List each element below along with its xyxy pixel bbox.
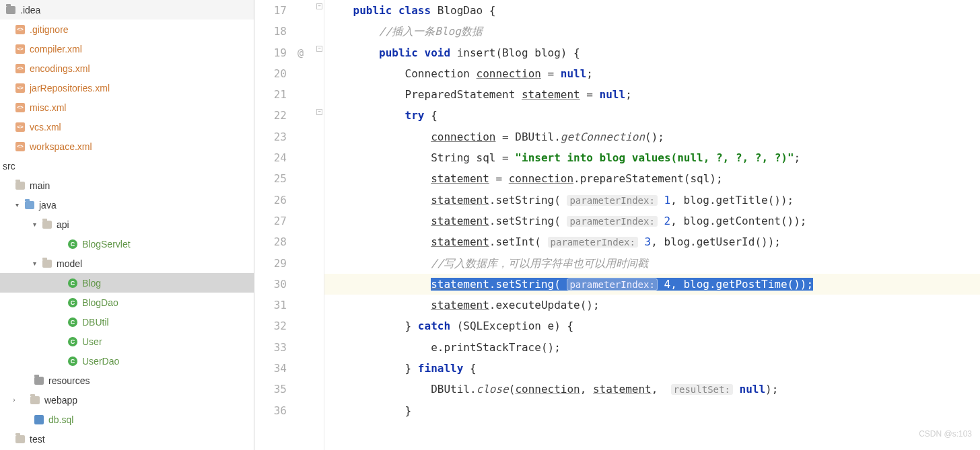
xml-icon: <>	[15, 44, 26, 54]
xml-icon: <>	[15, 63, 26, 74]
code-line: } finally {	[324, 358, 980, 379]
folder-icon	[34, 375, 44, 386]
fold-toggle-icon[interactable]: −	[316, 3, 322, 9]
tree-label: .gitignore	[30, 24, 69, 35]
xml-icon: <>	[15, 83, 26, 93]
class-user[interactable]: CUser	[0, 332, 254, 351]
tree-label: api	[57, 219, 69, 230]
xml-icon: <>	[15, 122, 26, 133]
class-icon: C	[67, 336, 78, 347]
folder-icon	[15, 180, 26, 191]
code-line: public void insert(Blog blog) {	[324, 42, 980, 63]
code-line: connection = DBUtil.getConnection();	[324, 126, 980, 147]
gutter-icons: @	[296, 0, 315, 450]
fold-toggle-icon[interactable]: −	[316, 109, 322, 115]
code-line: try {	[324, 105, 980, 126]
tree-label: jarRepositories.xml	[30, 83, 110, 93]
class-icon: C	[67, 278, 78, 289]
folder-resources[interactable]: resources	[0, 371, 254, 390]
code-area[interactable]: public class BlogDao { //插入一条Blog数据 publ…	[324, 0, 980, 450]
file-encodings[interactable]: <>encodings.xml	[0, 59, 254, 78]
tree-label: BlogServlet	[82, 239, 131, 250]
code-line: statement.executeUpdate();	[324, 295, 980, 315]
file-misc[interactable]: <>misc.xml	[0, 98, 254, 117]
folder-main[interactable]: main	[0, 176, 254, 195]
tree-label: src	[3, 161, 15, 172]
tree-label: .idea	[20, 5, 40, 15]
folder-api[interactable]: ▾api	[0, 215, 254, 234]
folder-icon	[42, 258, 53, 269]
code-line-current: statement.setString( parameterIndex: 4, …	[324, 274, 980, 295]
tree-label: java	[39, 200, 57, 211]
code-line: //插入一条Blog数据	[324, 21, 980, 42]
tree-label: vcs.xml	[30, 122, 61, 133]
code-line: statement.setString( parameterIndex: 1, …	[324, 190, 980, 211]
line-number-gutter: 1718192021222324252627282930313233343536	[254, 0, 296, 450]
file-compiler[interactable]: <>compiler.xml	[0, 39, 254, 59]
code-line: } catch (SQLException e) {	[324, 315, 980, 336]
class-blog[interactable]: CBlog	[0, 273, 254, 293]
fold-toggle-icon[interactable]: −	[316, 46, 322, 52]
folder-webapp[interactable]: ›webapp	[0, 390, 254, 410]
file-icon: <>	[15, 24, 26, 35]
file-gitignore[interactable]: <>.gitignore	[0, 20, 254, 39]
tree-label: misc.xml	[30, 102, 66, 113]
class-icon: C	[67, 356, 78, 367]
tree-label: Blog	[82, 278, 101, 289]
code-line: statement.setInt( parameterIndex: 3, blo…	[324, 231, 980, 252]
folder-model[interactable]: ▾model	[0, 254, 254, 273]
folder-src[interactable]: src	[0, 156, 254, 176]
chevron-down-icon[interactable]: ▾	[12, 201, 22, 209]
tree-label: BlogDao	[82, 297, 118, 308]
chevron-right-icon[interactable]: ›	[9, 396, 19, 404]
folder-test[interactable]: test	[0, 429, 254, 449]
tree-label: db.sql	[48, 414, 73, 425]
code-line: String sql = "insert into blog values(nu…	[324, 147, 980, 168]
tree-label: main	[30, 180, 50, 191]
folder-icon	[42, 219, 53, 230]
sql-icon	[34, 414, 44, 425]
folder-icon	[30, 395, 40, 406]
tree-label: DBUtil	[82, 317, 109, 328]
chevron-down-icon[interactable]: ▾	[30, 221, 39, 228]
code-line: e.printStackTrace();	[324, 337, 980, 358]
code-line: statement = connection.prepareStatement(…	[324, 168, 980, 189]
code-line: statement.setString( parameterIndex: 2, …	[324, 211, 980, 231]
class-icon: C	[67, 239, 78, 250]
tree-label: resources	[48, 375, 90, 386]
code-line: PreparedStatement statement = null;	[324, 84, 980, 105]
class-userdao[interactable]: CUserDao	[0, 351, 254, 371]
code-line: }	[324, 400, 980, 421]
xml-icon: <>	[15, 102, 26, 113]
watermark: CSDN @s:103	[919, 424, 972, 445]
folder-java[interactable]: ▾java	[0, 195, 254, 215]
tree-label: UserDao	[82, 356, 119, 367]
tree-label: User	[82, 336, 102, 347]
class-dbutil[interactable]: CDBUtil	[0, 312, 254, 332]
folder-icon	[24, 200, 35, 211]
chevron-down-icon[interactable]: ▾	[30, 260, 39, 267]
tree-label: test	[30, 434, 45, 445]
file-dbsql[interactable]: db.sql	[0, 410, 254, 429]
code-line: DBUtil.close(connection, statement, resu…	[324, 379, 980, 400]
tree-label: compiler.xml	[30, 44, 82, 54]
tree-label: workspace.xml	[30, 141, 92, 152]
file-workspace[interactable]: <>workspace.xml	[0, 137, 254, 156]
code-line: public class BlogDao {	[324, 0, 980, 21]
tree-label: model	[57, 258, 82, 269]
code-line: //写入数据库，可以用字符串也可以用时间戳	[324, 253, 980, 274]
folder-icon	[5, 5, 16, 15]
override-icon[interactable]: @	[298, 43, 304, 64]
tree-label: webapp	[44, 395, 77, 406]
xml-icon: <>	[15, 141, 26, 152]
code-editor[interactable]: 1718192021222324252627282930313233343536…	[254, 0, 980, 450]
class-icon: C	[67, 317, 78, 328]
project-tree[interactable]: .idea <>.gitignore <>compiler.xml <>enco…	[0, 0, 254, 450]
folder-icon	[15, 434, 26, 445]
folder-idea[interactable]: .idea	[0, 0, 254, 20]
file-vcs[interactable]: <>vcs.xml	[0, 117, 254, 137]
fold-column: − − −	[315, 0, 324, 450]
file-jarrepositories[interactable]: <>jarRepositories.xml	[0, 78, 254, 98]
class-blogdao[interactable]: CBlogDao	[0, 293, 254, 312]
class-blogservlet[interactable]: CBlogServlet	[0, 234, 254, 254]
